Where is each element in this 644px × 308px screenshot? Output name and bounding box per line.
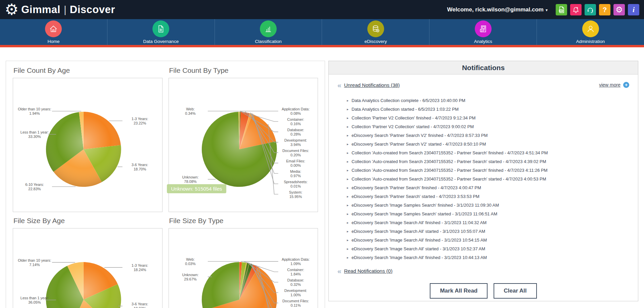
notification-item[interactable]: ▸ Data Analytics Collection complete - 6… [347,96,629,105]
view-more-link[interactable]: view more [599,82,620,88]
brand-logo: ⚙ Gimmal | Discover [5,2,115,17]
document-icon [152,20,169,37]
notification-item[interactable]: ▸ Collection 'Partner V2 Collection' fin… [347,113,629,122]
notification-item[interactable]: ▸ eDiscovery Search 'Partner Search V2' … [347,131,629,140]
notification-item[interactable]: ▸ eDiscovery Search 'Image Samples Searc… [347,201,629,209]
notification-item[interactable]: ▸ eDiscovery Search 'Image Search All' f… [347,253,629,262]
notification-text: eDiscovery Search 'Partner Search V2' fi… [352,133,488,138]
nav-item-analytics[interactable]: Analytics [429,19,537,45]
bullet-icon: ▸ [347,151,349,155]
app-header: ⚙ Gimmal | Discover Welcome, rick.wilson… [0,0,644,19]
pie-label: Development:1.00% [284,289,307,297]
notification-text: eDiscovery Search 'Image Search All' sta… [352,229,485,234]
nav-label: Administration [576,39,605,44]
notification-item[interactable]: ▸ eDiscovery Search 'Partner Search' fin… [347,183,629,192]
notification-text: eDiscovery Search 'Image Samples Search'… [352,211,497,216]
svg-text:LOG: LOG [559,10,563,11]
support-button[interactable] [585,4,596,15]
notification-item[interactable]: ▸ Collection 'Auto-created from Search 2… [347,174,629,183]
bell-icon: ★ [572,6,580,14]
bullet-icon: ▸ [347,125,349,129]
notification-item[interactable]: ▸ eDiscovery Search 'Image Samples Searc… [347,209,629,218]
home-icon [45,20,62,37]
pie-slice[interactable] [84,112,121,149]
pie-label: 3-6 Years:18.93% [132,302,148,308]
notification-item[interactable]: ▸ Collection 'Auto-created from Search 2… [347,157,629,166]
pie-chart-file-count-by-type[interactable]: Application Data:0.08%Container:0.16%Dat… [169,78,318,212]
nav-item-classification[interactable]: Classification [215,19,322,45]
bullet-icon: ▸ [347,116,349,120]
main-nav: Home Data Governance Classification [0,19,644,45]
pie-label: 3-6 Years:18.70% [132,163,148,171]
bullet-icon: ▸ [347,99,349,102]
pie-label: Document Files:0.11% [282,299,309,307]
log-icon: LOG [557,6,565,14]
chart-card-file-count-by-age: File Count By Age 1-3 Years:23.22%3-6 Ye… [13,62,163,212]
brand-name: Gimmal [21,4,60,16]
notification-item[interactable]: ▸ eDiscovery Search 'Partner Search V2' … [347,140,629,148]
notification-item[interactable]: ▸ Collection 'Auto-created from Search 2… [347,166,629,174]
pie-label: Less than 1 year:33.30% [20,130,49,139]
notification-item[interactable]: ▸ eDiscovery Search 'Image Search All' f… [347,218,629,227]
notification-text: eDiscovery Search 'Partner Search' finis… [352,185,481,190]
pie-label: Media:0.97% [290,169,301,178]
nav-item-home[interactable]: Home [0,19,107,45]
notification-text: Collection 'Partner V2 Collection' finis… [352,115,475,120]
bullet-icon: ▸ [347,186,349,190]
chart-title: File Count By Type [169,66,318,74]
pie-label: Spreadsheets:0.01% [284,180,308,188]
notification-item[interactable]: ▸ Collection 'Auto-created from Search 2… [347,148,629,157]
pie-slice[interactable] [201,262,239,308]
bullet-icon: ▸ [347,203,349,207]
nav-label: Classification [255,39,282,44]
clear-all-button[interactable]: Clear All [494,283,537,299]
nav-item-administration[interactable]: Administration [537,19,644,45]
bullet-icon: ▸ [347,221,349,224]
help-button[interactable]: ? [599,4,610,15]
notification-item[interactable]: ▸ eDiscovery Search 'Partner Search' sta… [347,192,629,201]
database-icon [367,20,384,37]
brand-product: Discover [70,4,115,16]
pie-label: Database:0.28% [287,128,304,136]
pie-label: Older than 10 years:7.14% [18,258,51,267]
read-notifications-link[interactable]: Read Notifications (0) [344,268,393,274]
info-button[interactable]: i [628,4,639,15]
collapse-icon[interactable]: « [337,267,341,274]
settings-button[interactable]: ⚙ [613,4,625,15]
pie-label: Less than 1 year:36.05% [20,296,49,304]
notification-list: ▸ Data Analytics Collection complete - 6… [347,96,629,262]
nav-label: Analytics [474,39,492,44]
unread-notifications-link[interactable]: Unread Notifications (38) [344,82,400,88]
notification-text: eDiscovery Search 'Image Search All' sta… [352,246,485,251]
notification-item[interactable]: ▸ Data Analytics Collection started - 6/… [347,105,629,113]
notification-text: eDiscovery Search 'Partner Search V2' st… [352,142,486,147]
bullet-icon: ▸ [347,160,349,163]
alerts-button[interactable]: ★ [570,4,582,15]
pie-label: Web:0.03% [185,257,195,266]
notification-text: eDiscovery Search 'Image Samples Search'… [352,203,499,208]
expand-plus-icon[interactable]: + [623,82,629,88]
bullet-icon: ▸ [347,238,349,242]
notification-text: Collection 'Auto-created from Search 230… [352,168,548,173]
user-menu[interactable]: Welcome, rick.wilson@gimmal.com▾ [447,6,548,13]
pie-label: Unknown:29.67% [182,273,198,281]
notification-text: Data Analytics Collection started - 6/5/… [352,107,459,112]
pie-chart-file-count-by-age[interactable]: 1-3 Years:23.22%3-6 Years:18.70%Older th… [13,78,163,212]
mark-all-read-button[interactable]: Mark All Read [430,283,488,299]
log-button[interactable]: LOG [556,4,567,15]
nav-item-ediscovery[interactable]: eDiscovery [322,19,429,45]
notification-item[interactable]: ▸ eDiscovery Search 'Image Search All' s… [347,227,629,236]
pie-label: Older than 10 years:1.94% [18,107,51,115]
chart-title: File Size By Type [169,217,318,225]
notification-item[interactable]: ▸ eDiscovery Search 'Image Search All' s… [347,244,629,253]
bullet-icon: ▸ [347,107,349,111]
bar-chart-icon [260,20,277,37]
chart-card-file-count-by-type: File Count By Type Application Data:0.08… [169,62,318,212]
pie-chart-file-size-by-age[interactable]: 1-3 Years:18.24%3-6 Years:18.93%6-10 Yea… [13,228,163,308]
collapse-icon[interactable]: « [337,82,341,89]
notification-item[interactable]: ▸ eDiscovery Search 'Image Search All' f… [347,236,629,244]
nav-item-data-governance[interactable]: Data Governance [107,19,215,45]
pie-chart-file-size-by-type[interactable]: Application Data:1.09%Container:1.84%Dat… [169,228,318,308]
pie-label: System:15.95% [289,190,302,199]
notification-item[interactable]: ▸ Collection 'Partner V2 Collection' sta… [347,122,629,131]
